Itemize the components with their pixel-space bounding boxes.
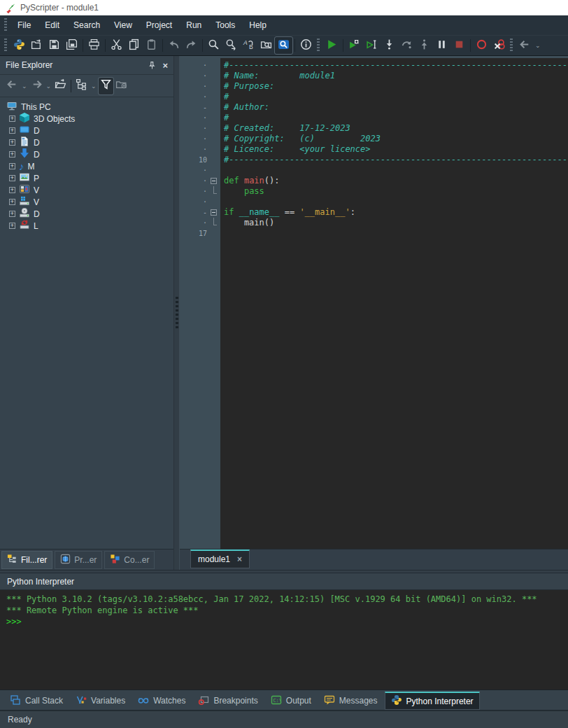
tree-view-button[interactable] [74, 78, 89, 94]
filter-button[interactable] [99, 78, 113, 94]
toolbar-grip[interactable] [317, 38, 320, 52]
tree-item-this-pc[interactable]: This PC [0, 101, 173, 113]
code-line[interactable] [220, 165, 568, 176]
search-next-button[interactable] [222, 37, 240, 54]
menu-edit[interactable]: Edit [38, 17, 66, 34]
toolbar-grip[interactable] [510, 38, 513, 52]
code-line[interactable] [220, 197, 568, 207]
arrow-back-button[interactable] [5, 78, 20, 94]
nav-back-button[interactable] [516, 37, 534, 54]
code-line[interactable]: def main(): [220, 176, 568, 186]
tree-item[interactable]: +D [0, 208, 173, 220]
expand-icon[interactable]: + [9, 187, 15, 193]
dock-tab-python-interpreter[interactable]: Python Interpreter [385, 692, 480, 710]
find-in-files-button[interactable] [257, 37, 275, 54]
expand-icon[interactable]: + [9, 127, 15, 134]
gutter-line[interactable]: · [180, 134, 220, 144]
open-file-button[interactable] [28, 37, 45, 54]
chevron-down-icon[interactable]: ⌄ [45, 83, 53, 90]
menu-run[interactable]: Run [179, 17, 208, 34]
code-line[interactable]: main() [220, 218, 568, 228]
gutter-line[interactable]: · [180, 92, 220, 102]
run-button[interactable] [323, 37, 341, 54]
panel-tab[interactable]: Co...er [104, 551, 155, 569]
tab-module1[interactable]: module1 × [190, 550, 250, 568]
fold-marker[interactable] [209, 207, 220, 218]
gutter-line[interactable]: · [180, 144, 220, 155]
gutter-line[interactable]: - [180, 207, 220, 218]
vertical-splitter[interactable] [173, 56, 180, 570]
code-editor[interactable]: ····-····10····-·17 #-------------------… [180, 56, 568, 549]
gutter-line[interactable]: · [180, 165, 220, 176]
code-line[interactable]: # Name: module1 [220, 71, 568, 81]
gutter-line[interactable]: · [180, 176, 220, 186]
dock-tab-messages[interactable]: Messages [318, 692, 383, 710]
editor-code-area[interactable]: #---------------------------------------… [220, 58, 568, 549]
expand-icon[interactable]: + [9, 175, 15, 181]
code-line[interactable]: #---------------------------------------… [220, 60, 568, 71]
menubar-grip[interactable] [4, 18, 7, 32]
step-into-button[interactable] [381, 37, 398, 54]
expand-icon[interactable]: + [9, 115, 15, 122]
code-line[interactable]: # [220, 113, 568, 123]
gutter-line[interactable]: · [180, 71, 220, 81]
code-line[interactable] [220, 228, 568, 239]
menu-help[interactable]: Help [242, 17, 274, 34]
gutter-line[interactable]: - [180, 102, 220, 113]
tree-item[interactable]: +D [0, 125, 173, 136]
tree-item[interactable]: +D [0, 136, 173, 148]
redo-button[interactable] [183, 37, 200, 54]
expand-icon[interactable]: + [9, 139, 15, 146]
expand-icon[interactable]: + [9, 199, 15, 205]
tree-item[interactable]: +P [0, 172, 173, 184]
menu-tools[interactable]: Tools [208, 17, 242, 34]
tab-close-icon[interactable]: × [237, 554, 242, 564]
code-line[interactable]: # Copyright: (c) 2023 [220, 134, 568, 144]
menu-project[interactable]: Project [139, 17, 179, 34]
expand-icon[interactable]: + [9, 163, 15, 169]
arrow-forward-button[interactable] [29, 78, 44, 94]
interpreter-prompt[interactable]: >>> [6, 616, 562, 627]
code-line[interactable]: # Purpose: [220, 81, 568, 92]
dock-tab-variables[interactable]: Variables [70, 692, 131, 710]
folder-open-button[interactable] [53, 78, 68, 94]
replace-button[interactable]: AB [240, 37, 257, 54]
panel-tab[interactable]: Pr...er [55, 551, 102, 569]
code-line[interactable]: #---------------------------------------… [220, 155, 568, 165]
tree-item[interactable]: +♪M [0, 160, 173, 172]
folder-new-button[interactable] [114, 78, 129, 94]
python-new-button[interactable] [10, 37, 28, 54]
menu-file[interactable]: File [10, 17, 38, 34]
tree-item[interactable]: +L [0, 220, 173, 232]
paste-button[interactable] [143, 37, 160, 54]
expand-icon[interactable]: + [9, 223, 15, 229]
gutter-line[interactable]: · [180, 81, 220, 92]
dock-tab-breakpoints[interactable]: Breakpoints [192, 692, 263, 710]
pause-button[interactable] [433, 37, 450, 54]
fold-marker[interactable] [209, 176, 220, 186]
code-line[interactable]: pass [220, 186, 568, 197]
step-over-button[interactable] [398, 37, 416, 54]
chevron-down-icon[interactable]: ⌄ [534, 42, 542, 49]
undo-button[interactable] [165, 37, 183, 54]
step-out-button[interactable] [416, 37, 433, 54]
code-line[interactable]: # Created: 17-12-2023 [220, 123, 568, 134]
copy-button[interactable] [125, 37, 143, 54]
tree-item[interactable]: +V [0, 196, 173, 208]
find-highlight-button[interactable] [275, 37, 292, 54]
run-to-cursor-button[interactable] [363, 37, 381, 54]
code-line[interactable]: if __name__ == '__main__': [220, 207, 568, 218]
info-button[interactable] [297, 37, 315, 54]
toolbar-grip[interactable] [4, 38, 7, 52]
save-button[interactable] [45, 37, 63, 54]
interpreter-console[interactable]: *** Python 3.10.2 (tags/v3.10.2:a58ebcc,… [0, 590, 568, 690]
dock-tab-call-stack[interactable]: Call Stack [4, 692, 69, 710]
code-line[interactable]: # Licence: <your licence> [220, 144, 568, 155]
gutter-line[interactable]: · [180, 197, 220, 207]
gutter-line[interactable]: · [180, 123, 220, 134]
dock-tab-output[interactable]: C:\Output [265, 692, 317, 710]
gutter-line[interactable]: · [180, 113, 220, 123]
breakpoints-clear-button[interactable] [490, 37, 508, 54]
tree-item[interactable]: +D [0, 148, 173, 160]
breakpoint-button[interactable] [473, 37, 490, 54]
